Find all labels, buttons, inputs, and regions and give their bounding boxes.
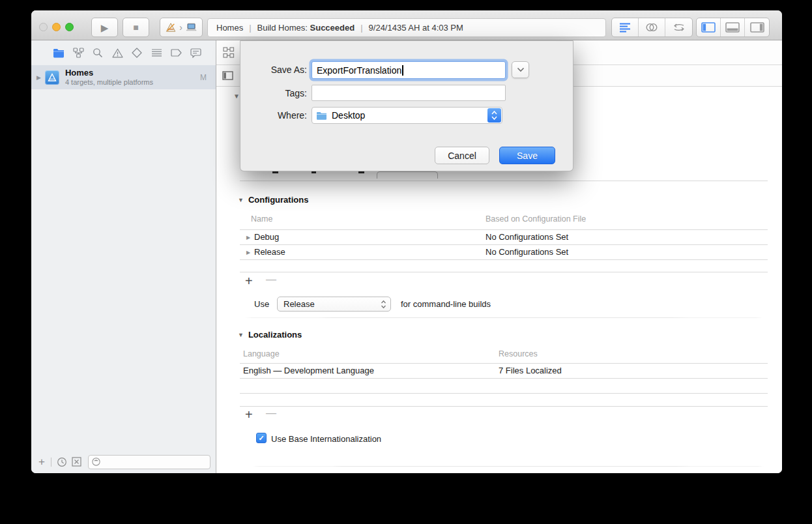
- mac-device-icon: [186, 23, 197, 32]
- scheme-selector[interactable]: ›: [160, 18, 203, 37]
- updown-arrows-icon: [381, 300, 386, 309]
- filter-icon: [91, 457, 101, 467]
- save-as-label: Save As:: [240, 65, 307, 75]
- editor-mode-control: [611, 18, 693, 37]
- toggle-navigator-button[interactable]: [697, 18, 721, 36]
- xcode-scheme-icon: [166, 22, 176, 33]
- view-toggle-control: [696, 18, 770, 37]
- section-divider: [240, 181, 768, 181]
- add-localization-button[interactable]: +: [245, 407, 253, 422]
- zoom-window-button[interactable]: [65, 23, 74, 31]
- column-header-language: Language: [243, 349, 280, 358]
- add-item-button[interactable]: +: [38, 456, 45, 469]
- command-line-configuration-dropdown[interactable]: Release: [277, 297, 391, 312]
- version-editor-icon: [673, 23, 686, 32]
- hidden-section-disclosure-icon[interactable]: ▼: [233, 93, 240, 100]
- folder-icon: [53, 48, 65, 58]
- navigator-filter-bar: +: [31, 450, 216, 473]
- localization-resources: 7 Files Localized: [499, 366, 562, 375]
- section-divider: [240, 317, 768, 318]
- configuration-name: Debug: [254, 232, 279, 242]
- project-navigator-tab[interactable]: [53, 48, 65, 58]
- localization-language: English — Development Language: [243, 366, 374, 375]
- disclosure-triangle-icon[interactable]: ▶: [246, 250, 250, 255]
- table-divider: [240, 378, 768, 379]
- standard-editor-button[interactable]: [612, 18, 639, 36]
- status-build-label: Build Homes:: [257, 23, 308, 33]
- remove-localization-button[interactable]: —: [266, 407, 276, 419]
- close-window-button[interactable]: [39, 23, 48, 31]
- test-navigator-tab[interactable]: [131, 48, 143, 58]
- localizations-title: Localizations: [248, 330, 302, 340]
- tags-input[interactable]: [312, 85, 506, 101]
- use-suffix-label: for command-line builds: [401, 299, 491, 309]
- cancel-button[interactable]: Cancel: [435, 147, 489, 164]
- use-base-internationalization-checkbox[interactable]: ✓: [256, 433, 267, 443]
- clipped-content-fragment: [312, 171, 316, 173]
- breakpoint-tag-icon: [171, 49, 182, 57]
- use-prefix-label: Use: [254, 299, 269, 309]
- save-as-input[interactable]: ExportForTranslation: [312, 61, 506, 79]
- stop-button[interactable]: ■: [123, 18, 149, 37]
- configurations-section-header: ▼ Configurations: [238, 195, 308, 205]
- save-button[interactable]: Save: [499, 147, 555, 164]
- popup-stepper-icon: [487, 108, 501, 123]
- toggle-debug-area-button[interactable]: [721, 18, 745, 36]
- disclosure-expanded-icon[interactable]: ▼: [238, 197, 244, 203]
- issue-navigator-tab[interactable]: [111, 48, 123, 58]
- clipped-content-fragment: [272, 171, 278, 173]
- hide-navigator-button[interactable]: [222, 71, 233, 80]
- status-separator: |: [249, 23, 251, 33]
- unsaved-files-button[interactable]: [72, 457, 81, 467]
- navigator-panel-small-icon: [222, 71, 233, 80]
- debug-navigator-tab[interactable]: [151, 48, 162, 58]
- status-build-result: Succeeded: [310, 23, 355, 33]
- related-items-button[interactable]: [223, 47, 235, 59]
- activity-viewer: Homes | Build Homes: Succeeded | 9/24/14…: [207, 18, 606, 37]
- navigator-sidebar: ▶ Homes 4 targets, multiple platforms M: [31, 40, 216, 473]
- navigator-panel-icon: [701, 22, 716, 33]
- warning-triangle-icon: [112, 48, 123, 58]
- status-separator-2: |: [360, 23, 362, 33]
- navigator-selector-bar: [31, 40, 216, 65]
- recent-files-button[interactable]: [57, 457, 67, 467]
- column-header-name: Name: [251, 214, 272, 224]
- clipped-content-fragment: [358, 171, 364, 173]
- add-configuration-button[interactable]: +: [245, 274, 253, 289]
- table-divider: [240, 244, 768, 245]
- breakpoint-navigator-tab[interactable]: [170, 48, 182, 58]
- related-items-icon: [223, 47, 235, 59]
- table-divider: [240, 393, 768, 394]
- table-divider: [240, 259, 768, 260]
- run-button[interactable]: ▶: [91, 18, 118, 37]
- symbol-navigator-tab[interactable]: [72, 48, 84, 58]
- unsaved-files-icon: [72, 457, 81, 467]
- project-labels: Homes 4 targets, multiple platforms: [65, 68, 153, 87]
- disclosure-expanded-icon[interactable]: ▼: [238, 332, 244, 338]
- report-navigator-tab[interactable]: [190, 48, 201, 58]
- find-navigator-tab[interactable]: [92, 48, 104, 58]
- where-popup-menu[interactable]: Desktop: [312, 107, 502, 124]
- disclosure-triangle-icon[interactable]: ▶: [246, 235, 250, 240]
- assistant-editor-icon: [645, 22, 658, 33]
- configuration-based-on: No Configurations Set: [486, 247, 568, 257]
- column-header-based-on: Based on Configuration File: [486, 214, 586, 224]
- project-row-homes[interactable]: ▶ Homes 4 targets, multiple platforms M: [31, 65, 216, 89]
- chevron-right-icon: ›: [179, 22, 182, 33]
- expand-dialog-button[interactable]: [512, 61, 529, 78]
- remove-configuration-button[interactable]: —: [266, 274, 276, 285]
- source-control-status-badge: M: [200, 73, 207, 82]
- filter-input[interactable]: [88, 455, 210, 469]
- symbols-icon: [73, 48, 84, 58]
- disclosure-triangle-icon[interactable]: ▶: [36, 74, 41, 81]
- configuration-name: Release: [254, 247, 285, 257]
- where-label: Where:: [240, 110, 307, 121]
- minimize-window-button[interactable]: [52, 23, 61, 31]
- toggle-utilities-button[interactable]: [745, 18, 769, 36]
- version-editor-button[interactable]: [665, 18, 692, 36]
- status-timestamp: 9/24/1435 AH at 4:03 PM: [369, 23, 463, 33]
- assistant-editor-button[interactable]: [639, 18, 665, 36]
- save-dialog: Save As: ExportForTranslation Tags: Wher…: [240, 40, 573, 171]
- play-icon: ▶: [101, 23, 109, 33]
- check-icon: ✓: [258, 434, 264, 443]
